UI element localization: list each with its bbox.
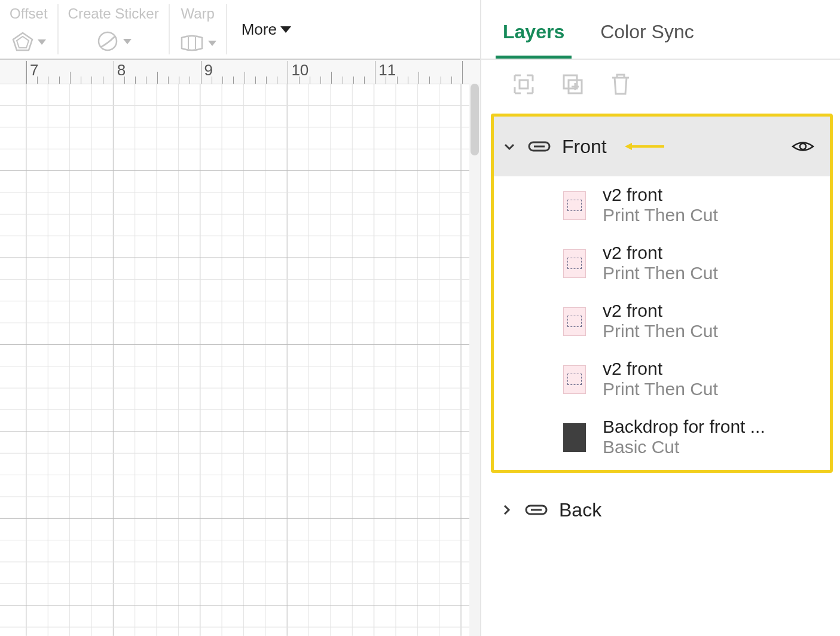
tab-color-sync[interactable]: Color Sync xyxy=(600,21,694,59)
layers-panel: Layers Color Sync Frontv2 frontPrint The… xyxy=(481,0,840,636)
group-icon[interactable] xyxy=(511,72,536,97)
layer-thumbnail xyxy=(563,191,586,220)
more-label: More xyxy=(242,20,277,39)
layer-thumbnail xyxy=(563,307,586,336)
layer-item[interactable]: v2 frontPrint Then Cut xyxy=(494,292,830,350)
layer-thumbnail xyxy=(563,365,586,394)
create-sticker-label: Create Sticker xyxy=(68,5,159,22)
warp-dropdown-caret[interactable] xyxy=(208,41,216,46)
trash-icon[interactable] xyxy=(609,72,632,97)
layer-item[interactable]: v2 frontPrint Then Cut xyxy=(494,176,830,234)
warp-label: Warp xyxy=(181,5,214,22)
duplicate-icon[interactable] xyxy=(560,72,585,97)
annotation-arrow xyxy=(624,140,665,152)
layer-name: v2 front xyxy=(603,359,718,378)
sticker-dropdown-caret[interactable] xyxy=(123,39,132,44)
layer-group-header[interactable]: Front xyxy=(494,117,830,176)
layer-text: v2 frontPrint Then Cut xyxy=(603,301,718,342)
layer-operation: Print Then Cut xyxy=(603,378,718,400)
layer-item[interactable]: Backdrop for front ...Basic Cut xyxy=(494,408,830,466)
ruler-label: 10 xyxy=(291,61,308,80)
layer-operation: Basic Cut xyxy=(603,436,765,458)
offset-tool-button[interactable]: Offset xyxy=(0,4,57,54)
ruler-label: 8 xyxy=(117,61,126,80)
group-name: Back xyxy=(559,499,601,521)
offset-icon xyxy=(11,32,34,52)
layer-group: Back xyxy=(491,488,833,531)
canvas-area[interactable]: 7891011 xyxy=(0,59,480,636)
ruler-label: 9 xyxy=(204,61,213,80)
layer-text: v2 frontPrint Then Cut xyxy=(603,359,718,400)
sticker-icon xyxy=(96,30,120,52)
horizontal-ruler: 7891011 xyxy=(26,60,469,84)
offset-label: Offset xyxy=(10,5,48,22)
svg-marker-1 xyxy=(17,36,29,48)
attach-icon xyxy=(527,138,551,155)
visibility-icon[interactable] xyxy=(792,139,814,154)
layer-operation: Print Then Cut xyxy=(603,204,718,226)
layer-operation: Print Then Cut xyxy=(603,320,718,342)
create-sticker-tool-button[interactable]: Create Sticker xyxy=(59,4,169,54)
layer-group: Frontv2 frontPrint Then Cutv2 frontPrint… xyxy=(491,114,833,473)
attach-icon xyxy=(524,502,548,518)
layer-thumbnail xyxy=(563,249,586,278)
panel-tabs: Layers Color Sync xyxy=(481,0,840,59)
chevron-down-icon[interactable] xyxy=(502,139,517,154)
svg-marker-60 xyxy=(625,143,632,150)
svg-point-61 xyxy=(800,143,806,149)
tab-layers[interactable]: Layers xyxy=(503,21,564,59)
layer-name: v2 front xyxy=(603,243,718,262)
chevron-right-icon[interactable] xyxy=(499,503,514,517)
ruler-label: 7 xyxy=(30,61,38,80)
layer-name: v2 front xyxy=(603,301,718,320)
toolbar: Offset Create Sticker xyxy=(0,0,480,59)
layer-thumbnail xyxy=(563,423,586,452)
ruler-corner xyxy=(0,60,26,84)
vertical-scroll-thumb[interactable] xyxy=(471,84,479,155)
ruler-right-gutter xyxy=(469,60,480,84)
layer-item[interactable]: v2 frontPrint Then Cut xyxy=(494,234,830,292)
layer-text: v2 frontPrint Then Cut xyxy=(603,243,718,284)
canvas-grid[interactable] xyxy=(0,84,469,636)
layers-list[interactable]: Frontv2 frontPrint Then Cutv2 frontPrint… xyxy=(481,109,840,636)
vertical-scrollbar[interactable] xyxy=(469,84,480,636)
layer-group-header[interactable]: Back xyxy=(491,488,833,531)
more-button[interactable]: More xyxy=(227,4,306,54)
layer-item[interactable]: v2 frontPrint Then Cut xyxy=(494,350,830,408)
layer-text: Backdrop for front ...Basic Cut xyxy=(603,417,765,458)
layer-text: v2 frontPrint Then Cut xyxy=(603,185,718,226)
warp-tool-button[interactable]: Warp xyxy=(170,4,226,54)
ruler-label: 11 xyxy=(378,61,396,80)
offset-dropdown-caret[interactable] xyxy=(38,39,46,45)
warp-icon xyxy=(179,34,204,52)
chevron-down-icon xyxy=(280,26,291,33)
layer-actions-row xyxy=(481,60,840,109)
layer-name: Backdrop for front ... xyxy=(603,417,765,436)
group-name: Front xyxy=(562,136,607,158)
layer-operation: Print Then Cut xyxy=(603,262,718,284)
svg-rect-52 xyxy=(520,80,528,88)
layer-name: v2 front xyxy=(603,185,718,204)
